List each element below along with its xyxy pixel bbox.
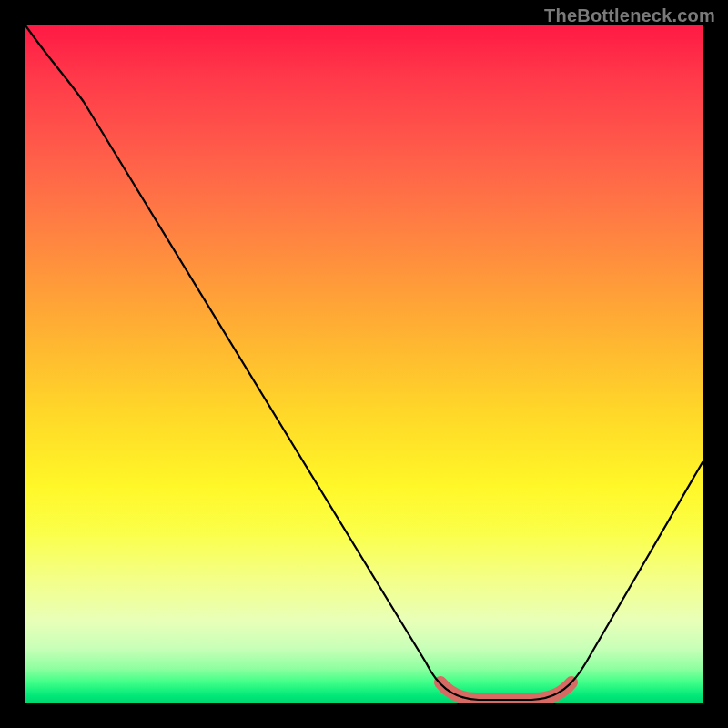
chart-frame [25,25,703,703]
chart-plot-area [25,25,703,703]
watermark-text: TheBottleneck.com [544,5,715,26]
bottleneck-curve [25,25,703,700]
